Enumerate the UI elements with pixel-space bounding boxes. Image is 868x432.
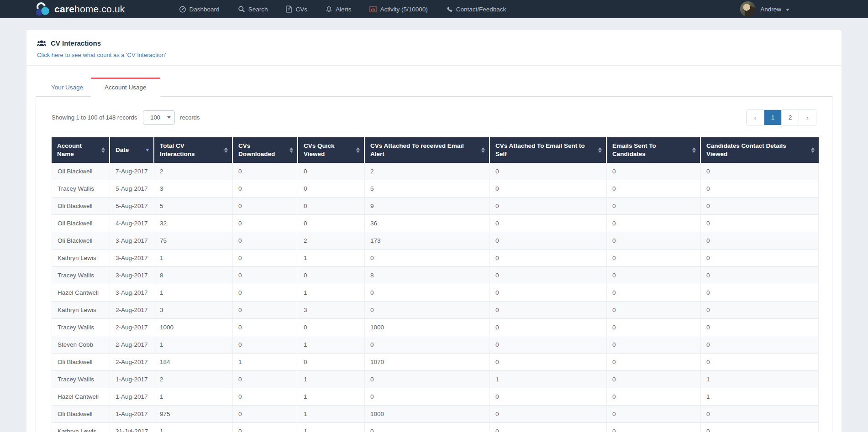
card-header: CV Interactions Click here to see what c… [26, 30, 842, 66]
table-cell: 2-Aug-2017 [110, 354, 154, 371]
table-cell: 1000 [365, 406, 490, 423]
table-body: Oli Blackwell7-Aug-20172002000Tracey Wal… [52, 163, 819, 432]
table-cell: 2-Aug-2017 [110, 319, 154, 336]
table-cell: 0 [233, 284, 298, 302]
column-header-1[interactable]: Date [110, 137, 154, 163]
table-controls: Showing 1 to 100 of 148 records 100 reco… [52, 109, 816, 125]
nav-label: Activity (5/10000) [380, 6, 427, 13]
pagination-page-1-button[interactable]: 1 [764, 110, 781, 125]
page-size-value: 100 [150, 114, 160, 121]
table-cell: 0 [233, 388, 298, 406]
nav-item-activity[interactable]: Activity (5/10000) [369, 5, 427, 13]
table-cell: 2-Aug-2017 [110, 336, 154, 354]
column-header-6[interactable]: CVs Attached To Email Sent to Self [490, 137, 607, 163]
table-cell: 0 [233, 163, 298, 180]
table-cell: 0 [701, 319, 819, 336]
table-cell: 1 [298, 371, 365, 388]
sort-icon [811, 147, 815, 153]
table-cell: 0 [607, 267, 701, 284]
table-cell: 3 [298, 302, 365, 319]
column-header-0[interactable]: Account Name [52, 137, 110, 163]
column-header-5[interactable]: CVs Attached To received Email Alert [365, 137, 490, 163]
table-cell: 0 [607, 354, 701, 371]
sort-icon [224, 147, 228, 153]
table-cell: 75 [154, 232, 233, 250]
table-row: Tracey Wallis5-Aug-20173005000 [52, 180, 819, 198]
table-row: Oli Blackwell1-Aug-2017975011000000 [52, 406, 819, 423]
table-cell: 0 [490, 302, 607, 319]
pagination-prev-button[interactable]: ‹ [747, 110, 764, 125]
table-cell: 1-Aug-2017 [110, 388, 154, 406]
table-cell: 0 [233, 336, 298, 354]
table-cell: 0 [701, 336, 819, 354]
table-cell: 0 [701, 215, 819, 232]
nav-item-search[interactable]: Search [238, 5, 268, 13]
column-header-4[interactable]: CVs Quick Viewed [298, 137, 365, 163]
table-cell: 5-Aug-2017 [110, 198, 154, 215]
nav-item-dashboard[interactable]: Dashboard [179, 5, 220, 13]
table-row: Tracey Wallis2-Aug-20171000001000000 [52, 319, 819, 336]
table-cell: 0 [607, 250, 701, 267]
table-row: Oli Blackwell5-Aug-20175009000 [52, 198, 819, 215]
sort-icon [101, 147, 105, 153]
column-header-3[interactable]: CVs Downloaded [233, 137, 298, 163]
sort-desc-icon [146, 149, 149, 151]
table-cell: 0 [701, 354, 819, 371]
table-cell: Tracey Wallis [52, 267, 110, 284]
users-icon [37, 40, 46, 47]
table-cell: 0 [701, 423, 819, 432]
table-cell: Oli Blackwell [52, 215, 110, 232]
table-cell: 0 [701, 180, 819, 198]
nav-item-alerts[interactable]: Alerts [326, 5, 352, 13]
table-cell: 0 [607, 371, 701, 388]
records-label: records [180, 114, 200, 121]
table-cell: 2-Aug-2017 [110, 302, 154, 319]
column-header-7[interactable]: Emails Sent To Candidates [607, 137, 701, 163]
pagination-page-2-button[interactable]: 2 [781, 110, 799, 125]
table-cell: Kathryn Lewis [52, 423, 110, 432]
table-cell: 5-Aug-2017 [110, 180, 154, 198]
tab-your-usage[interactable]: Your Usage [43, 78, 91, 96]
table-cell: 0 [365, 371, 490, 388]
table-cell: 0 [490, 198, 607, 215]
table-cell: 0 [607, 284, 701, 302]
tab-account-usage[interactable]: Account Usage [91, 78, 160, 97]
page-size-select[interactable]: 100 [143, 110, 175, 125]
showing-text: Showing 1 to 100 of 148 records [52, 114, 137, 121]
user-avatar [740, 1, 756, 17]
table-cell: 0 [233, 215, 298, 232]
column-header-2[interactable]: Total CV Interactions [154, 137, 233, 163]
nav-label: Search [248, 6, 268, 13]
table-row: Hazel Cantwell3-Aug-20171010000 [52, 284, 819, 302]
table-cell: 8 [365, 267, 490, 284]
nav-item-cvs[interactable]: CVs [286, 5, 307, 13]
table-cell: 0 [490, 180, 607, 198]
table-cell: 0 [607, 232, 701, 250]
table-cell: 0 [490, 215, 607, 232]
brand-logo[interactable]: carehome.co.uk [34, 0, 125, 18]
table-cell: 0 [233, 267, 298, 284]
user-menu[interactable]: Andrew [740, 1, 789, 17]
column-header-8[interactable]: Candidates Contact Details Viewed [701, 137, 819, 163]
table-cell: 0 [607, 163, 701, 180]
table-cell: Oli Blackwell [52, 354, 110, 371]
table-cell: 0 [607, 302, 701, 319]
table-cell: Oli Blackwell [52, 232, 110, 250]
table-cell: 3 [154, 180, 233, 198]
cv-interaction-info-link[interactable]: Click here to see what count as a 'CV In… [37, 52, 166, 58]
table-cell: 0 [233, 232, 298, 250]
nav-item-contact-feedback[interactable]: Contact/Feedback [446, 6, 506, 13]
chevron-down-icon [786, 9, 789, 11]
table-cell: 0 [607, 180, 701, 198]
table-row: Oli Blackwell2-Aug-2017184101070000 [52, 354, 819, 371]
table-cell: 3-Aug-2017 [110, 250, 154, 267]
activity-icon [369, 5, 377, 13]
sort-icon [598, 147, 602, 153]
pagination-next-button[interactable]: › [799, 110, 816, 125]
cvs-icon [286, 5, 292, 13]
table-cell: 36 [365, 215, 490, 232]
table-cell: 0 [490, 354, 607, 371]
table-cell: 0 [490, 423, 607, 432]
table-cell: 0 [701, 163, 819, 180]
table-cell: 0 [701, 250, 819, 267]
